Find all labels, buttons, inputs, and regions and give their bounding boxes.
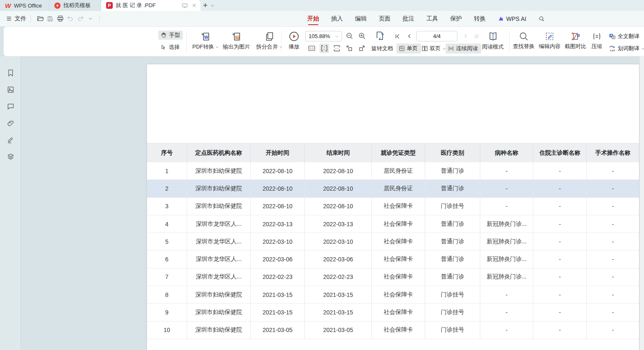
new-tab-button[interactable]: + — [200, 0, 210, 11]
double-page-label: 双页 — [430, 45, 441, 52]
tab-docer-templates[interactable]: ✦ 找稻壳模板 — [49, 0, 101, 11]
table-cell: 普通门诊 — [425, 250, 480, 268]
table-body: 1深圳市妇幼保健院2022-08-102022-08-10居民身份证普通门诊--… — [147, 162, 639, 339]
menu-item-page[interactable]: 页面 — [379, 11, 390, 26]
table-cell: - — [587, 180, 639, 197]
rotate-left-button[interactable] — [345, 44, 353, 52]
play-icon — [289, 31, 299, 42]
table-cell: - — [587, 322, 639, 339]
menu-item-annotate[interactable]: 批注 — [403, 11, 414, 26]
page-indicator[interactable]: 4/4 — [416, 31, 457, 41]
read-mode-button[interactable]: 阅读模式 — [481, 31, 505, 51]
table-cell: 门诊挂号 — [425, 198, 480, 215]
table-row[interactable]: 7深圳市龙华区人...2022-02-232022-02-23社会保障卡普通门诊… — [147, 268, 639, 286]
table-cell: 2022-08-10 — [251, 198, 305, 215]
document-canvas[interactable]: 序号定点医药机构名称开始时间结束时间就诊凭证类型医疗类别病种名称住院主诊断名称手… — [21, 56, 644, 350]
fit-page-button[interactable] — [333, 44, 341, 52]
pdf-page[interactable]: 序号定点医药机构名称开始时间结束时间就诊凭证类型医疗类别病种名称住院主诊断名称手… — [147, 64, 639, 350]
fit-width-button[interactable] — [319, 43, 329, 53]
redo-icon[interactable] — [75, 14, 85, 24]
menu-search-icon[interactable] — [538, 11, 545, 26]
rotate-doc-label[interactable]: 旋转文档 — [371, 45, 393, 52]
tab-bar: W WPS Office ✦ 找稻壳模板 P 就 医 记 录 .PDF + — [0, 0, 644, 11]
fit-page-swap-button[interactable] — [375, 30, 386, 41]
export-image-button[interactable]: 输出为图片 — [220, 31, 253, 51]
print-icon[interactable] — [55, 14, 65, 24]
table-row[interactable]: 8深圳市妇幼保健院2021-03-152021-03-15社会保障卡门诊挂号--… — [147, 286, 639, 304]
tab-wps-home[interactable]: W WPS Office — [0, 0, 49, 11]
screenshot-compare-button[interactable]: 截图对比 — [563, 31, 588, 50]
last-page-button[interactable] — [472, 31, 481, 41]
continuous-read-button[interactable]: 连续阅读 — [446, 43, 481, 54]
word-translate-icon: xA — [609, 45, 616, 52]
tab-list-chevron-icon[interactable] — [210, 0, 217, 11]
tab-close-icon[interactable] — [191, 3, 197, 8]
undo-icon[interactable] — [65, 14, 75, 24]
play-button[interactable]: 播放 — [288, 31, 300, 51]
signature-panel-icon[interactable] — [6, 135, 15, 144]
divider — [99, 15, 100, 23]
side-panel-rail — [0, 56, 21, 350]
previous-page-button[interactable] — [405, 31, 414, 41]
menu-item-protect[interactable]: 保护 — [450, 11, 462, 26]
menu-item-home[interactable]: 开始 — [307, 11, 319, 26]
select-tool-button[interactable]: 选择 — [158, 43, 183, 52]
hand-tool-button[interactable]: 手型 — [158, 31, 183, 40]
table-row[interactable]: 2深圳市妇幼保健院2022-08-102022-08-10居民身份证普通门诊--… — [147, 180, 639, 197]
tab-monitor-icon[interactable] — [182, 3, 188, 9]
menu-item-insert[interactable]: 插入 — [331, 11, 343, 26]
full-translate-button[interactable]: A文 全文翻译 — [609, 33, 639, 40]
toolbar: 手型 选择 W PDF转换 输出为图片 拆分合并 播放 — [3, 26, 644, 56]
double-page-button[interactable]: 双页 — [421, 45, 446, 52]
table-row[interactable]: 10深圳市妇幼保健院2021-03-052021-03-05社会保障卡门诊挂号-… — [147, 322, 639, 339]
next-page-button[interactable] — [461, 31, 470, 41]
pdf-convert-button[interactable]: W PDF转换 — [192, 31, 219, 51]
zoom-in-button[interactable] — [358, 32, 366, 40]
open-file-icon[interactable] — [35, 14, 45, 24]
actual-size-button[interactable]: 1:1 — [308, 44, 316, 52]
menu-item-edit[interactable]: 编辑 — [355, 11, 367, 26]
file-menu-button[interactable]: 文件 — [6, 15, 26, 23]
comments-panel-icon[interactable] — [6, 102, 15, 111]
zoom-out-button[interactable] — [345, 32, 354, 40]
edit-pencil-icon — [545, 31, 555, 41]
single-page-button[interactable]: 单页 — [396, 43, 421, 54]
compress-button[interactable]: 压缩 — [588, 31, 605, 50]
layers-panel-icon[interactable] — [6, 152, 15, 161]
tab-document-pdf[interactable]: P 就 医 记 录 .PDF — [101, 0, 200, 11]
quickbar-chevron-icon[interactable] — [85, 14, 95, 24]
word-translate-button[interactable]: xA 划词翻译 — [609, 45, 644, 52]
vertical-scrollbar[interactable] — [639, 56, 644, 350]
table-row[interactable]: 1深圳市妇幼保健院2022-08-102022-08-10居民身份证普通门诊--… — [147, 162, 639, 180]
table-cell: 社会保障卡 — [372, 250, 425, 268]
split-merge-button[interactable]: 拆分合并 — [254, 31, 284, 51]
find-replace-button[interactable]: 查找替换 — [512, 31, 536, 50]
save-icon[interactable] — [45, 14, 55, 24]
bookmarks-panel-icon[interactable] — [6, 68, 15, 77]
table-row[interactable]: 6深圳市龙华区人...2022-03-062022-03-06社会保障卡普通门诊… — [147, 250, 639, 268]
menu-row: 文件 开始 插入 编辑 页面 批注 工具 保护 转换 — [0, 11, 644, 26]
search-icon — [519, 31, 529, 41]
table-row[interactable]: 4深圳市龙华区人...2022-03-132022-03-13社会保障卡普通门诊… — [147, 215, 639, 233]
first-page-button[interactable] — [393, 31, 402, 41]
table-cell: 居民身份证 — [372, 162, 425, 179]
table-cell: - — [533, 198, 587, 215]
attachments-panel-icon[interactable] — [6, 118, 15, 128]
edit-content-button[interactable]: 编辑内容 — [538, 31, 562, 50]
zoom-level-select[interactable]: 105.88% — [305, 31, 342, 41]
menu-item-tools[interactable]: 工具 — [426, 11, 438, 26]
table-cell: 2022-03-06 — [251, 250, 305, 268]
rotate-right-button[interactable] — [358, 44, 366, 52]
table-row[interactable]: 5深圳市龙华区人...2022-03-102022-03-10社会保障卡普通门诊… — [147, 233, 639, 250]
medical-record-table: 序号定点医药机构名称开始时间结束时间就诊凭证类型医疗类别病种名称住院主诊断名称手… — [147, 143, 639, 339]
table-cell: 深圳市妇幼保健院 — [187, 180, 251, 197]
word-translate-label: 划词翻译 — [618, 45, 639, 52]
table-cell: 2021-03-15 — [305, 304, 372, 321]
table-cell: 新冠肺炎门诊... — [480, 233, 533, 250]
menu-item-convert[interactable]: 转换 — [474, 11, 486, 26]
table-row[interactable]: 9深圳市妇幼保健院2021-03-152021-03-15社会保障卡门诊挂号--… — [147, 304, 639, 321]
thumbnails-panel-icon[interactable] — [6, 85, 15, 94]
table-cell: 2021-03-15 — [251, 286, 305, 303]
menu-item-wps-ai[interactable]: WPS AI — [498, 11, 526, 26]
table-row[interactable]: 3深圳市妇幼保健院2022-08-102022-08-10社会保障卡门诊挂号--… — [147, 198, 639, 215]
